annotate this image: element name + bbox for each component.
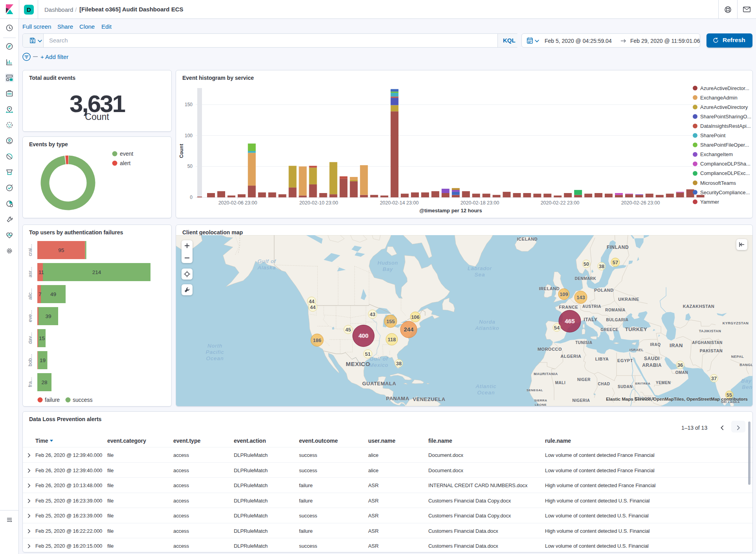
- svg-text:LEONE: LEONE: [535, 403, 547, 406]
- svg-text:45: 45: [345, 327, 351, 333]
- svg-text:2020-02-26 23:00: 2020-02-26 23:00: [621, 200, 660, 206]
- svg-text:dav...: dav...: [28, 332, 33, 344]
- svg-text:ExchangeItem: ExchangeItem: [700, 151, 733, 157]
- svg-text:SharePointFileOper...: SharePointFileOper...: [700, 142, 749, 148]
- svg-text:bob...: bob...: [28, 354, 33, 366]
- svg-text:ComplianceDLPExc...: ComplianceDLPExc...: [700, 170, 750, 176]
- svg-text:186: 186: [313, 337, 321, 343]
- svg-text:2020-02-18 23:00: 2020-02-18 23:00: [461, 200, 499, 206]
- svg-text:ComplianceDLPSha...: ComplianceDLPSha...: [700, 161, 750, 167]
- svg-text:Norda: Norda: [479, 319, 495, 325]
- svg-text:AUSTRIA: AUSTRIA: [582, 304, 601, 309]
- svg-text:2020-02-10 23:00: 2020-02-10 23:00: [299, 200, 338, 206]
- svg-text:success: success: [73, 397, 93, 403]
- svg-text:Ocean: Ocean: [477, 390, 495, 396]
- svg-text:eve...: eve...: [28, 310, 33, 322]
- svg-text:AzureActiveDirector...: AzureActiveDirector...: [700, 85, 749, 91]
- svg-text:57: 57: [613, 260, 618, 265]
- svg-text:NIGER: NIGER: [577, 377, 591, 382]
- svg-text:43: 43: [370, 311, 375, 317]
- svg-text:YEMEN: YEMEN: [656, 381, 671, 385]
- svg-text:BULGARIA: BULGARIA: [606, 318, 629, 322]
- svg-text:KAZAKHSTAN: KAZAKHSTAN: [683, 304, 715, 309]
- svg-text:VENEZUELA: VENEZUELA: [413, 396, 445, 402]
- svg-text:Labrador: Labrador: [468, 265, 492, 271]
- svg-text:38: 38: [599, 263, 604, 269]
- svg-text:2020-02-06 23:00: 2020-02-06 23:00: [218, 200, 257, 206]
- svg-text:IRAQ: IRAQ: [650, 342, 661, 347]
- svg-text:Yammer: Yammer: [700, 199, 719, 205]
- svg-text:244: 244: [404, 326, 414, 333]
- svg-text:MicrosoftTeams: MicrosoftTeams: [700, 180, 736, 186]
- svg-text:150: 150: [185, 102, 193, 107]
- svg-text:50: 50: [584, 261, 589, 267]
- svg-text:FINLAND: FINLAND: [607, 245, 629, 250]
- svg-text:ALGERIA: ALGERIA: [561, 354, 582, 359]
- svg-text:PAKISTAN: PAKISTAN: [700, 348, 723, 353]
- svg-text:ExchangeAdmin: ExchangeAdmin: [700, 95, 738, 101]
- svg-text:EGYPT: EGYPT: [617, 358, 633, 363]
- svg-text:SharePointSharingO...: SharePointSharingO...: [700, 114, 751, 120]
- svg-text:Elastic Maps Service, OpenMapT: Elastic Maps Service, OpenMapTiles, Open…: [606, 397, 748, 401]
- svg-text:OMAN: OMAN: [675, 370, 688, 375]
- svg-text:FRANCE: FRANCE: [559, 305, 578, 309]
- svg-text:Pacific: Pacific: [206, 349, 224, 355]
- svg-text:118: 118: [388, 337, 396, 342]
- svg-text:28: 28: [41, 379, 47, 385]
- svg-text:alic...: alic...: [28, 288, 33, 300]
- svg-text:400: 400: [358, 332, 368, 339]
- svg-text:alert: alert: [120, 160, 130, 166]
- svg-text:event: event: [120, 151, 133, 157]
- svg-text:MEXICO: MEXICO: [346, 361, 370, 367]
- svg-text:PANAMA: PANAMA: [386, 396, 409, 401]
- svg-text:UKRAINE: UKRAINE: [618, 297, 639, 302]
- svg-text:LIBYA: LIBYA: [595, 357, 609, 361]
- svg-text:2020-02-22 23:00: 2020-02-22 23:00: [541, 200, 580, 206]
- svg-text:GREECE: GREECE: [600, 328, 618, 332]
- svg-text:North: North: [207, 343, 222, 349]
- svg-text:ICELAND: ICELAND: [517, 237, 538, 241]
- svg-text:Atlantic: Atlantic: [475, 383, 496, 389]
- svg-text:109: 109: [560, 291, 568, 297]
- svg-text:36: 36: [677, 362, 683, 368]
- svg-text:54: 54: [554, 325, 560, 331]
- svg-text:IRAN: IRAN: [670, 342, 683, 348]
- svg-text:0: 0: [190, 195, 193, 200]
- svg-text:Mexico: Mexico: [369, 362, 389, 368]
- svg-text:BANGLA: BANGLA: [739, 363, 752, 367]
- svg-text:39: 39: [45, 313, 51, 319]
- svg-text:SecurityCompliance...: SecurityCompliance...: [700, 190, 750, 195]
- svg-text:AFGHANISTAN: AFGHANISTAN: [692, 340, 723, 345]
- svg-text:465: 465: [565, 318, 574, 324]
- svg-text:TAJIKISTAN: TAJIKISTAN: [699, 329, 721, 333]
- svg-text:95: 95: [58, 247, 64, 253]
- svg-text:GUATEMALA: GUATEMALA: [362, 381, 396, 387]
- svg-text:SAUDI: SAUDI: [644, 356, 660, 361]
- svg-text:POLAND: POLAND: [594, 288, 613, 293]
- svg-text:TUNISIA: TUNISIA: [575, 340, 593, 345]
- svg-text:MALI: MALI: [555, 381, 565, 385]
- svg-text:ISRAEL: ISRAEL: [629, 348, 644, 352]
- svg-text:fra...: fra...: [28, 377, 33, 387]
- svg-text:TURKEY: TURKEY: [625, 326, 647, 332]
- svg-text:asr...: asr...: [28, 267, 33, 277]
- svg-text:Bay o: Bay o: [741, 378, 752, 384]
- svg-text:ITALY: ITALY: [584, 317, 597, 322]
- svg-text:ERITREA: ERITREA: [635, 382, 651, 385]
- svg-text:Ocean: Ocean: [206, 355, 224, 361]
- svg-text:15: 15: [39, 335, 45, 341]
- svg-text:NIGERIA: NIGERIA: [572, 398, 590, 403]
- svg-text:DENMARK: DENMARK: [575, 276, 596, 281]
- svg-text:IRELAND: IRELAND: [539, 286, 560, 291]
- svg-text:143: 143: [576, 294, 585, 300]
- svg-text:50: 50: [187, 164, 193, 169]
- svg-text:19: 19: [40, 357, 46, 363]
- svg-text:MAURITANIA: MAURITANIA: [534, 372, 558, 376]
- svg-text:Bay: Bay: [383, 266, 393, 272]
- svg-text:155: 155: [386, 318, 395, 324]
- svg-text:44: 44: [310, 304, 316, 310]
- svg-text:49: 49: [50, 291, 56, 297]
- svg-text:SIERRA: SIERRA: [534, 399, 547, 402]
- svg-text:214: 214: [92, 269, 101, 275]
- svg-text:SharePoint: SharePoint: [700, 133, 726, 138]
